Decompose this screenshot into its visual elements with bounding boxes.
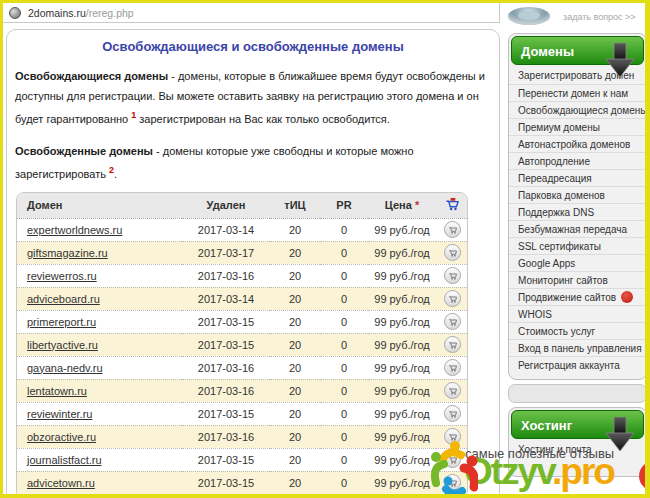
domain-link[interactable]: advicetown.ru [27,477,95,489]
pr-value: 0 [320,356,368,379]
sidebar-item-redirect[interactable]: Переадресация [509,169,646,186]
table-row: lentatown.ru 2017-03-16 20 0 99 руб./год [17,379,468,402]
domain-link[interactable]: libertyactive.ru [27,339,98,351]
sidebar-item-account-registration[interactable]: Регистрация аккаунта [509,356,646,373]
sidebar-item-domain-autosetup[interactable]: Автонастройка доменов [509,135,646,152]
add-to-cart-button[interactable] [444,290,461,307]
table-row: expertworldnews.ru 2017-03-14 20 0 99 ру… [17,218,468,241]
add-to-cart-button[interactable] [444,313,461,330]
domain-link[interactable]: obzoractive.ru [27,431,96,443]
pr-value: 0 [320,310,368,333]
table-row: libertyactive.ru 2017-03-15 20 0 99 руб.… [17,333,468,356]
domain-link[interactable]: adviceboard.ru [27,293,100,305]
sidebar-item-releasing-domains[interactable]: Освобождающиеся домены [509,101,646,118]
price-value: 99 руб./год [368,356,436,379]
browser-address-bar[interactable]: 2domains.ru/rereg.php [3,3,500,23]
menu-footer [509,373,646,379]
add-to-cart-button[interactable] [444,405,461,422]
tic-value: 20 [270,218,320,241]
deleted-date: 2017-03-16 [182,264,270,287]
collapsed-menu-bar[interactable] [508,384,647,403]
pr-value: 0 [320,264,368,287]
cart-icon [448,294,458,303]
sidebar-domains-header: Домены [511,36,644,65]
pr-value: 0 [320,425,368,448]
price-value: 99 руб./год [368,402,436,425]
price-value: 99 руб./год [368,379,436,402]
tic-value: 20 [270,264,320,287]
column-header-cart [436,193,468,218]
price-value: 99 руб./год [368,218,436,241]
domain-link[interactable]: giftsmagazine.ru [27,247,108,259]
cart-icon [445,197,460,211]
deleted-date: 2017-03-16 [182,379,270,402]
price-value: 99 руб./год [368,264,436,287]
sidebar-item-service-prices[interactable]: Стоимость услуг [509,322,646,339]
deleted-date: 2017-03-15 [182,310,270,333]
sidebar-item-ssl-certificates[interactable]: SSL сертификаты [509,237,646,254]
price-value: 99 руб./год [368,241,436,264]
pr-value: 0 [320,241,368,264]
sidebar-item-site-promotion[interactable]: Продвижение сайтов [509,288,646,305]
paragraph-tail: зарегистрирован на Вас как только освобо… [136,112,390,124]
otzyv-logo-icon [428,439,478,498]
url-host: 2domains.ru [28,7,86,19]
table-row: adviceboard.ru 2017-03-14 20 0 99 руб./г… [17,287,468,310]
domain-link[interactable]: reviewerros.ru [27,270,97,282]
sidebar-item-domain-parking[interactable]: Парковка доменов [509,186,646,203]
add-to-cart-button[interactable] [444,336,461,353]
domain-link[interactable]: gayana-nedv.ru [27,362,103,374]
tic-value: 20 [270,333,320,356]
sidebar-item-site-monitoring[interactable]: Мониторинг сайтов [509,271,646,288]
screenshot-frame: 2domains.ru/rereg.php задать вопрос >> О… [0,0,650,498]
add-to-cart-button[interactable] [444,244,461,261]
tic-value: 20 [270,471,320,494]
table-row: reviewerros.ru 2017-03-16 20 0 99 руб./г… [17,264,468,287]
sidebar-domains-menu: Домены Зарегистрировать домен Перенести … [508,33,647,380]
domain-link[interactable]: reviewinter.ru [27,408,92,420]
deleted-date: 2017-03-14 [182,218,270,241]
watermark-brand: Otzyv.pro [464,451,614,493]
paragraph-lead: Освобожденные домены [15,145,153,157]
add-to-cart-button[interactable] [444,359,461,376]
cart-icon [448,409,458,418]
domain-link[interactable]: expertworldnews.ru [27,224,122,236]
cart-icon [448,225,458,234]
pr-value: 0 [320,448,368,471]
paragraph-tail: . [114,168,117,180]
sidebar-item-transfer-domain[interactable]: Перенести домен к нам [509,84,646,101]
table-row: obzoractive.ru 2017-03-16 20 0 99 руб./г… [17,425,468,448]
column-header-domain: Домен [17,193,182,218]
add-to-cart-button[interactable] [444,221,461,238]
sidebar-item-paperless-transfer[interactable]: Безбумажная передача [509,220,646,237]
domain-link[interactable]: lentatown.ru [27,385,87,397]
address-url[interactable]: 2domains.ru/rereg.php [28,7,134,19]
column-header-pr: PR [320,193,368,218]
sidebar-item-whois[interactable]: WHOIS [509,305,646,322]
paragraph-lead: Освобождающиеся домены [15,70,168,82]
cart-icon [448,340,458,349]
deleted-date: 2017-03-15 [182,448,270,471]
table-row: advicetown.ru 2017-03-15 20 0 99 руб./го… [17,471,468,494]
tic-value: 20 [270,287,320,310]
deleted-date: 2017-03-15 [182,333,270,356]
ask-question-link[interactable]: задать вопрос >> [563,12,636,22]
sidebar-item-google-apps[interactable]: Google Apps [509,254,646,271]
deleted-date: 2017-03-16 [182,356,270,379]
sidebar-hosting-header: Хостинг [511,410,644,439]
domain-link[interactable]: primereport.ru [27,316,96,328]
brand-yellow-part: .pro [552,451,614,492]
sidebar-item-dns-support[interactable]: Поддержка DNS [509,203,646,220]
main-content-panel: Освобождающиеся и освобожденные домены О… [6,29,500,498]
sidebar-item-autorenewal[interactable]: Автопродление [509,152,646,169]
tic-value: 20 [270,402,320,425]
sidebar-item-control-panel-login[interactable]: Вход в панель управления [509,339,646,356]
cart-icon [448,271,458,280]
tic-value: 20 [270,241,320,264]
add-to-cart-button[interactable] [444,382,461,399]
deleted-date: 2017-03-17 [182,241,270,264]
domain-link[interactable]: journalistfact.ru [27,454,102,466]
url-path: /rereg.php [86,7,134,19]
sidebar-item-premium-domains[interactable]: Премиум домены [509,118,646,135]
add-to-cart-button[interactable] [444,267,461,284]
